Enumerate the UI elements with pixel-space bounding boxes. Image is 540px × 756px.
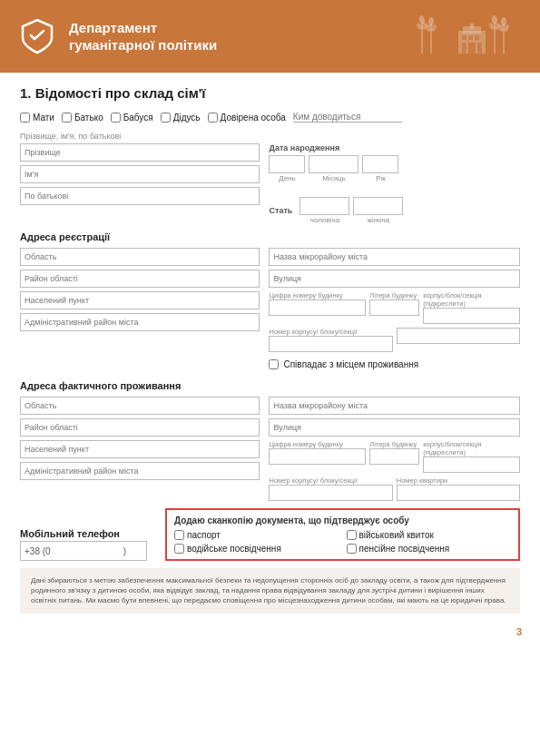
svg-rect-13 — [475, 35, 479, 40]
zhinocha-sub: жіноча — [368, 216, 389, 224]
reg-mikro-input[interactable] — [269, 248, 520, 266]
pasport-checkbox[interactable] — [174, 530, 184, 540]
pensiyne-checkbox[interactable] — [347, 544, 357, 554]
page-header: Департамент гуманітарної політики — [0, 0, 540, 73]
choloviche-field[interactable] — [299, 197, 349, 215]
pasport-label: паспорт — [187, 530, 221, 540]
svg-point-22 — [501, 17, 507, 26]
reg-litera-wrap: Літера будинку — [369, 291, 419, 324]
fact-tsyfra-input[interactable] — [269, 448, 366, 465]
mobile-number-input[interactable] — [51, 546, 123, 556]
doc-viysk-item[interactable]: військовий квиток — [347, 530, 512, 540]
fact-litera-label: Літера будинку — [369, 440, 419, 448]
svg-rect-15 — [477, 43, 482, 54]
pensiyne-label: пенсійне посвідчення — [359, 544, 450, 554]
rik-input[interactable] — [362, 155, 398, 173]
batko-checkbox[interactable] — [62, 113, 72, 123]
doc-box: Додаю сканкопію документа, що підтверджу… — [165, 508, 520, 561]
fact-korpus-input[interactable] — [423, 457, 520, 473]
fact-nomer-kvar-input[interactable] — [397, 485, 520, 501]
fact-tsyfra-wrap: Цифра номеру будинку — [269, 440, 366, 473]
doc-pensiyne-item[interactable]: пенсійне посвідчення — [347, 544, 512, 554]
trusted-person-input[interactable] — [293, 112, 402, 123]
reg-vul-input[interactable] — [269, 270, 520, 288]
address-reg-section: Адреса реєстрації — [20, 231, 520, 373]
fact-nomer-korp-wrap: Номер корпусу/ блоку/секції — [269, 476, 392, 501]
fact-oblast-wrap — [20, 397, 260, 415]
fact-korpus-label: корпус/блок/секція (підкреслити) — [423, 440, 520, 457]
family-role-row: Мати Батько Бабуся Дідусь Довірена особа — [20, 112, 520, 123]
fact-nasel-input[interactable] — [20, 440, 260, 458]
reg-adm-input[interactable] — [20, 313, 260, 331]
fact-nomer-korp-input[interactable] — [269, 485, 392, 501]
fact-oblast-input[interactable] — [20, 397, 260, 415]
name-fields-col — [20, 143, 260, 224]
address-fact-title: Адреса фактичного проживання — [20, 380, 520, 391]
fact-vul-input[interactable] — [269, 418, 520, 437]
reg-nomer-kvar-input[interactable] — [397, 328, 520, 344]
reg-vul-wrap — [269, 270, 520, 288]
dob-section: Дата народження День Місяць Рік — [269, 143, 520, 182]
fact-building-row1: Цифра номеру будинку Літера будинку корп… — [269, 440, 520, 473]
svg-rect-14 — [462, 43, 466, 54]
fact-nomer-kvar-label: Номер квартири — [397, 476, 520, 485]
fact-litera-wrap: Літера будинку — [369, 440, 419, 473]
reg-nasel-input[interactable] — [20, 291, 260, 309]
fact-korpus-label-wrap: корпус/блок/секція (підкреслити) — [423, 440, 520, 473]
reg-nomer-korp-input[interactable] — [269, 336, 392, 352]
fact-adm-input[interactable] — [20, 462, 260, 480]
mati-checkbox[interactable] — [20, 113, 30, 123]
reg-building-row1: Цифра номеру будинку Літера будинку корп… — [269, 291, 520, 324]
coincides-label: Співпадає з місцем проживання — [283, 359, 418, 369]
address-fact-right: Цифра номеру будинку Літера будинку корп… — [269, 397, 520, 501]
den-input[interactable] — [269, 155, 305, 173]
reg-nomer-korp-label: Номер корпусу/ блоку/секції — [269, 328, 392, 336]
fact-mikro-wrap — [269, 397, 520, 415]
fact-litera-input[interactable] — [369, 448, 419, 465]
checkbox-mati[interactable]: Мати — [20, 113, 54, 123]
doc-pasport-item[interactable]: паспорт — [174, 530, 339, 540]
misyats-input[interactable] — [309, 155, 358, 173]
gender-label: Стать — [269, 206, 294, 215]
dovire-checkbox[interactable] — [208, 113, 218, 123]
address-fact-section: Адреса фактичного проживання — [20, 380, 520, 501]
coincides-checkbox[interactable] — [269, 359, 279, 369]
reg-korpus-input[interactable] — [423, 308, 520, 324]
den-field: День — [269, 155, 305, 182]
imya-input[interactable] — [20, 165, 260, 183]
mobile-paren-close: ) — [123, 546, 126, 556]
svg-rect-10 — [470, 24, 474, 29]
didus-checkbox[interactable] — [161, 113, 171, 123]
reg-tsyfra-input[interactable] — [269, 299, 366, 316]
checkbox-dovire[interactable]: Довірена особа — [208, 113, 286, 123]
dob-label: Дата народження — [269, 143, 520, 152]
mobile-prefix: +38 (0 — [25, 546, 51, 556]
page-number: 3 — [0, 623, 540, 641]
header-logo — [18, 16, 56, 56]
fact-vul-wrap — [269, 418, 520, 437]
checkbox-batko[interactable]: Батько — [62, 113, 103, 123]
gender-section: Стать чоловіча жіноча — [269, 197, 520, 224]
pobat-input[interactable] — [20, 187, 260, 205]
header-title-line2: гуманітарної політики — [69, 36, 217, 54]
babusya-checkbox[interactable] — [111, 113, 121, 123]
reg-litera-input[interactable] — [369, 299, 419, 316]
doc-vodiy-item[interactable]: водійське посвідчення — [174, 544, 339, 554]
reg-rayon-input[interactable] — [20, 270, 260, 288]
address-reg-left — [20, 248, 260, 373]
name-section-label: Прізвище, ім'я, по батькові — [20, 132, 520, 141]
prizvyshche-wrap — [20, 143, 260, 162]
doc-box-title: Додаю сканкопію документа, що підтверджу… — [174, 515, 511, 525]
fact-rayon-input[interactable] — [20, 418, 260, 437]
reg-tsyfra-label: Цифра номеру будинку — [269, 291, 366, 299]
viysk-checkbox[interactable] — [347, 530, 357, 540]
checkbox-didus[interactable]: Дідусь — [161, 113, 201, 123]
fact-mikro-input[interactable] — [269, 397, 520, 415]
checkbox-babusya[interactable]: Бабуся — [111, 113, 153, 123]
zhinocha-field[interactable] — [353, 197, 403, 215]
vodiy-checkbox[interactable] — [174, 544, 184, 554]
reg-oblast-input[interactable] — [20, 248, 260, 266]
rik-sub: Рік — [376, 174, 386, 182]
prizvyshche-input[interactable] — [20, 143, 260, 162]
fact-nomer-korp-label: Номер корпусу/ блоку/секції — [269, 476, 392, 485]
